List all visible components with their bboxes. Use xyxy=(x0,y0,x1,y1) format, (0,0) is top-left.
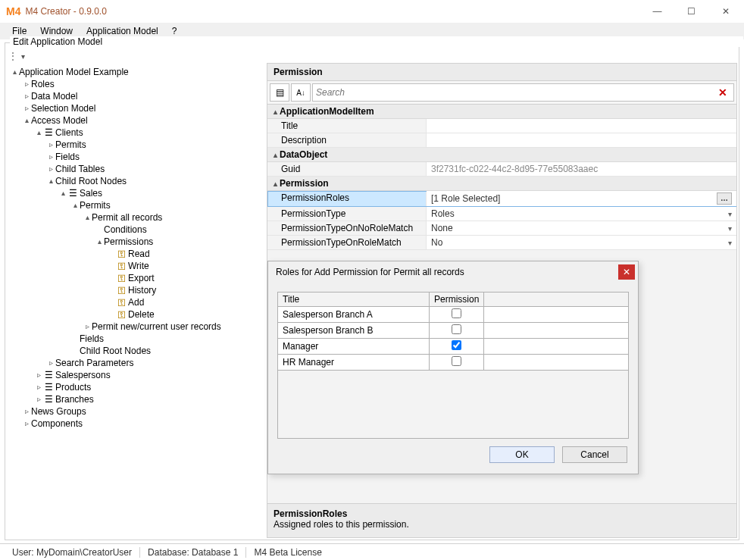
roles-dialog: Roles for Add Permission for Permit all … xyxy=(267,261,639,474)
tree-add[interactable]: ⚿Add xyxy=(107,296,267,308)
maximize-button[interactable]: ☐ xyxy=(674,1,708,22)
perm-checkbox-2[interactable] xyxy=(452,340,461,350)
table-header-row: Title Permission xyxy=(278,293,629,307)
cat-permission[interactable]: ▴Permission xyxy=(267,177,736,191)
prop-permission-type-no-role-match[interactable]: PermissionTypeOnNoRoleMatchNone▾ xyxy=(267,221,736,236)
tree-root-label: Application Model Example xyxy=(19,66,129,78)
tree-components[interactable]: ▹Components xyxy=(22,418,267,430)
perm-checkbox-3[interactable] xyxy=(452,356,461,366)
table-icon: ☰ xyxy=(67,188,78,199)
col-title[interactable]: Title xyxy=(278,293,430,307)
title-bar: M4 M4 Creator - 0.9.0.0 — ☐ ✕ xyxy=(0,0,744,23)
tree-fields-2[interactable]: Fields xyxy=(70,333,267,345)
tree-write[interactable]: ⚿Write xyxy=(107,260,267,272)
toolbar-dropdown[interactable]: ▾ xyxy=(21,52,25,61)
grid-icon: ▤ xyxy=(276,87,284,98)
sort-icon: A↓ xyxy=(296,89,305,97)
alphabetical-button[interactable]: A↓ xyxy=(291,83,311,102)
prop-permission-roles[interactable]: PermissionRoles [1 Role Selected]… xyxy=(267,191,736,207)
search-input[interactable] xyxy=(316,87,715,98)
toolbar-handle[interactable]: ⋮ xyxy=(7,51,20,61)
split-container: ▴Application Model Example ▹Roles ▹Data … xyxy=(5,63,739,540)
status-user: User: MyDomain\CreatorUser xyxy=(5,547,140,558)
tree-permits[interactable]: ▹Permits xyxy=(46,139,267,151)
app-logo: M4 xyxy=(6,5,20,17)
tree-search-parameters[interactable]: ▹Search Parameters xyxy=(46,357,267,369)
col-permission[interactable]: Permission xyxy=(430,293,484,307)
tree-salespersons[interactable]: ▹☰Salespersons xyxy=(34,369,267,381)
tree-access-model[interactable]: ▴Access Model xyxy=(22,114,267,127)
toolbar: ⋮ ▾ xyxy=(5,49,739,63)
tree-permits-2[interactable]: ▴Permits xyxy=(70,199,267,211)
tree-child-root-nodes[interactable]: ▴Child Root Nodes xyxy=(46,175,267,187)
table-icon: ☰ xyxy=(43,382,54,393)
property-pane: Permission ▤ A↓ ✕ ▴ApplicationModelItem … xyxy=(267,63,737,538)
tree-fields[interactable]: ▹Fields xyxy=(46,151,267,163)
col-empty xyxy=(484,293,629,307)
perm-checkbox-1[interactable] xyxy=(452,324,461,334)
tree-read[interactable]: ⚿Read xyxy=(107,248,267,260)
clear-search-icon[interactable]: ✕ xyxy=(715,86,730,99)
help-description: Assigned roles to this permission. xyxy=(274,519,730,530)
tree-roles[interactable]: ▹Roles xyxy=(22,78,267,90)
tree-child-tables[interactable]: ▹Child Tables xyxy=(46,163,267,175)
tree-news-groups[interactable]: ▹News Groups xyxy=(22,405,267,418)
roles-table: Title Permission Salesperson Branch A Sa… xyxy=(277,292,629,371)
window-title: M4 Creator - 0.9.0.0 xyxy=(25,6,640,17)
tree-conditions[interactable]: Conditions xyxy=(95,224,267,236)
dropdown-icon[interactable]: ▾ xyxy=(728,224,732,233)
table-row[interactable]: Salesperson Branch A xyxy=(278,307,629,323)
tree-child-root-2[interactable]: Child Root Nodes xyxy=(70,345,267,357)
window-controls: — ☐ ✕ xyxy=(640,1,742,22)
dropdown-icon[interactable]: ▾ xyxy=(728,210,732,218)
tree-delete[interactable]: ⚿Delete xyxy=(107,308,267,321)
prop-description[interactable]: Description xyxy=(267,133,736,148)
prop-permission-type[interactable]: PermissionTypeRoles▾ xyxy=(267,207,736,221)
key-icon: ⚿ xyxy=(116,297,127,308)
ellipsis-button[interactable]: … xyxy=(717,192,732,205)
prop-title[interactable]: Title xyxy=(267,119,736,133)
dialog-body: Title Permission Salesperson Branch A Sa… xyxy=(268,283,638,474)
property-toolbar: ▤ A↓ ✕ xyxy=(267,81,736,105)
status-database: Database: Database 1 xyxy=(140,547,246,558)
key-icon: ⚿ xyxy=(116,309,127,320)
dialog-buttons: OK Cancel xyxy=(277,439,629,465)
group-label: Edit Application Model xyxy=(10,36,743,47)
tree-data-model[interactable]: ▹Data Model xyxy=(22,90,267,102)
table-row[interactable]: Manager xyxy=(278,339,629,355)
help-title: PermissionRoles xyxy=(274,508,730,519)
help-footer: PermissionRoles Assigned roles to this p… xyxy=(267,503,736,537)
panel-header: Permission xyxy=(267,64,736,81)
cancel-button[interactable]: Cancel xyxy=(562,446,627,463)
tree-permit-all-records[interactable]: ▴Permit all records xyxy=(83,211,267,224)
prop-guid[interactable]: Guid3f2731fc-c022-44c2-8d95-77e55083aaec xyxy=(267,162,736,177)
tree-sales[interactable]: ▴☰Sales xyxy=(58,187,267,199)
dialog-title-bar[interactable]: Roles for Add Permission for Permit all … xyxy=(268,261,638,283)
categorized-button[interactable]: ▤ xyxy=(270,83,289,102)
table-row[interactable]: Salesperson Branch B xyxy=(278,323,629,339)
cat-appmodelitem[interactable]: ▴ApplicationModelItem xyxy=(267,105,736,119)
ok-button[interactable]: OK xyxy=(489,446,555,463)
model-tree[interactable]: ▴Application Model Example ▹Roles ▹Data … xyxy=(10,66,267,430)
dialog-close-button[interactable]: ✕ xyxy=(618,264,635,280)
perm-checkbox-0[interactable] xyxy=(452,308,461,318)
minimize-button[interactable]: — xyxy=(640,1,674,22)
tree-branches[interactable]: ▹☰Branches xyxy=(34,393,267,405)
key-icon: ⚿ xyxy=(116,249,127,259)
search-box[interactable]: ✕ xyxy=(312,83,734,102)
table-row[interactable]: HR Manager xyxy=(278,355,629,371)
tree-products[interactable]: ▹☰Products xyxy=(34,381,267,393)
dropdown-icon[interactable]: ▾ xyxy=(728,239,732,247)
close-button[interactable]: ✕ xyxy=(708,1,742,22)
tree-root[interactable]: ▴Application Model Example xyxy=(10,66,267,78)
tree-history[interactable]: ⚿History xyxy=(107,284,267,296)
tree-permissions[interactable]: ▴Permissions xyxy=(95,236,267,248)
tree-selection-model[interactable]: ▹Selection Model xyxy=(22,102,267,114)
table-empty-area xyxy=(277,371,629,439)
tree-export[interactable]: ⚿Export xyxy=(107,272,267,284)
tree-clients[interactable]: ▴☰Clients xyxy=(34,127,267,139)
prop-permission-type-on-role-match[interactable]: PermissionTypeOnRoleMatchNo▾ xyxy=(267,236,736,250)
key-icon: ⚿ xyxy=(116,261,127,271)
cat-dataobject[interactable]: ▴DataObject xyxy=(267,148,736,162)
tree-permit-new-current[interactable]: ▹Permit new/current user records xyxy=(83,321,267,333)
